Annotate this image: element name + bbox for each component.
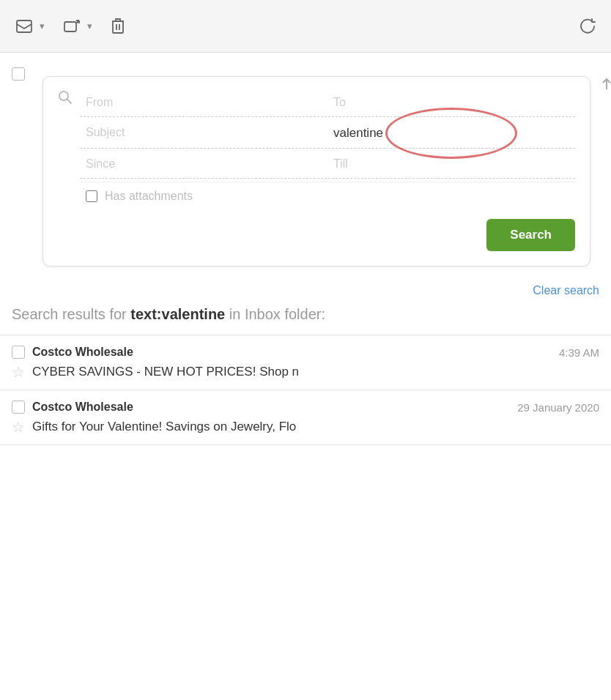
- svg-rect-1: [64, 22, 76, 31]
- search-header: Has attachments: [58, 89, 575, 210]
- clear-search-row: Clear search: [0, 278, 611, 300]
- email-time-1: 4:39 AM: [559, 346, 599, 359]
- to-field: [327, 89, 575, 116]
- email-item-bottom-2: ☆ Gifts for Your Valentine! Savings on J…: [12, 418, 599, 436]
- since-input[interactable]: [86, 157, 322, 171]
- search-panel: Has attachments Search: [42, 76, 590, 267]
- toolbar: ▾ ▾: [0, 0, 611, 53]
- email-subject-2: Gifts for Your Valentine! Savings on Jew…: [32, 420, 296, 434]
- since-till-row: [80, 150, 575, 179]
- star-icon-1[interactable]: ☆: [12, 363, 25, 381]
- search-fields: Has attachments: [80, 89, 575, 210]
- top-row: Has attachments Search: [0, 53, 611, 278]
- subject-field: [80, 119, 327, 148]
- main-content: Has attachments Search Clear search: [0, 53, 611, 700]
- star-icon-2[interactable]: ☆: [12, 418, 25, 436]
- results-prefix: Search results for: [12, 306, 130, 322]
- select-all-checkbox[interactable]: [12, 67, 25, 81]
- email-subject-1: CYBER SAVINGS - NEW HOT PRICES! Shop n: [32, 365, 299, 379]
- email-sender-2: Costco Wholesale: [32, 401, 510, 414]
- svg-point-3: [59, 92, 68, 100]
- valentine-input[interactable]: [333, 126, 569, 141]
- since-field: [80, 150, 327, 178]
- clear-search-link[interactable]: Clear search: [533, 284, 599, 297]
- subject-input[interactable]: [86, 126, 322, 139]
- email-item: Costco Wholesale 4:39 AM ☆ CYBER SAVINGS…: [0, 335, 611, 390]
- till-input[interactable]: [333, 157, 569, 171]
- email-item-bottom-1: ☆ CYBER SAVINGS - NEW HOT PRICES! Shop n: [12, 363, 599, 381]
- refresh-icon[interactable]: [576, 15, 599, 38]
- email-list: Costco Wholesale 4:39 AM ☆ CYBER SAVINGS…: [0, 335, 611, 445]
- search-icon: [58, 90, 73, 108]
- from-input[interactable]: [86, 96, 322, 109]
- email-item-top-2: Costco Wholesale 29 January 2020: [12, 401, 599, 414]
- trash-icon[interactable]: [107, 14, 129, 39]
- results-query: text:valentine: [130, 306, 225, 322]
- email-item-2: Costco Wholesale 29 January 2020 ☆ Gifts…: [0, 390, 611, 445]
- from-field: [80, 89, 327, 116]
- from-to-row: [80, 89, 575, 117]
- search-actions: Search: [58, 219, 575, 251]
- email-item-top-1: Costco Wholesale 4:39 AM: [12, 346, 599, 359]
- valentine-field: [327, 119, 575, 148]
- move-icon[interactable]: [59, 14, 84, 39]
- svg-rect-2: [113, 21, 123, 33]
- attachments-row: Has attachments: [80, 182, 575, 210]
- attachments-label: Has attachments: [105, 190, 193, 203]
- inbox-icon[interactable]: [12, 14, 37, 39]
- email-sender-1: Costco Wholesale: [32, 346, 552, 359]
- scroll-up-button[interactable]: [601, 78, 611, 95]
- search-button[interactable]: Search: [486, 219, 575, 251]
- results-text: Search results for text:valentine in Inb…: [0, 300, 611, 335]
- email-time-2: 29 January 2020: [517, 401, 599, 414]
- inbox-chevron-icon[interactable]: ▾: [40, 21, 45, 31]
- subject-row: [80, 119, 575, 149]
- attachments-checkbox[interactable]: [86, 190, 97, 202]
- move-chevron-icon[interactable]: ▾: [87, 21, 92, 31]
- till-field: [327, 150, 575, 178]
- results-suffix: in Inbox folder:: [225, 306, 325, 322]
- email-checkbox-2[interactable]: [12, 401, 25, 414]
- email-checkbox-1[interactable]: [12, 346, 25, 359]
- svg-rect-0: [17, 21, 32, 32]
- to-input[interactable]: [333, 96, 569, 109]
